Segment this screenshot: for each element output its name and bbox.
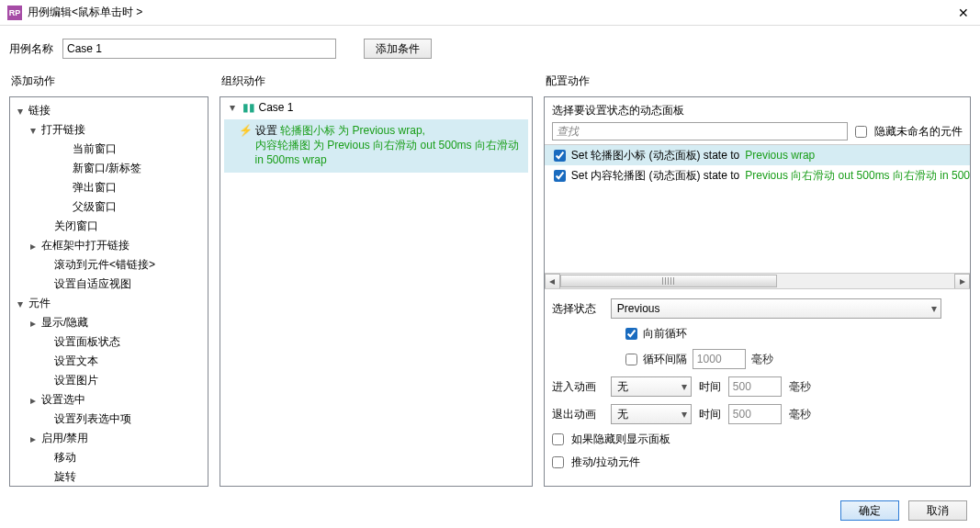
list-item-value: Previous 向右滑动 out 500ms 向右滑动 in 500: [745, 168, 970, 184]
list-item-value: Previous wrap: [745, 149, 815, 162]
anim-in-row: 进入动画 无 时间 毫秒: [552, 376, 963, 397]
tree-item[interactable]: 显示/隐藏: [10, 313, 208, 332]
scroll-track[interactable]: [560, 274, 954, 288]
case-name-input[interactable]: [62, 39, 336, 59]
tree-arrow-icon[interactable]: [14, 105, 27, 118]
organize-panel: ▮▮ Case 1 ⚡ 设置 轮播图小标 为 Previous wrap, 内容…: [220, 96, 533, 487]
add-condition-button[interactable]: 添加条件: [364, 39, 432, 59]
add-action-column: 添加动作 链接打开链接当前窗口新窗口/新标签弹出窗口父级窗口关闭窗口在框架中打开…: [9, 68, 208, 487]
tree-item-label: 链接: [27, 103, 51, 118]
tree-item[interactable]: 新窗口/新标签: [10, 159, 208, 178]
scroll-right-button[interactable]: ▸: [954, 274, 970, 289]
ok-button[interactable]: 确定: [840, 500, 899, 521]
state-label: 选择状态: [552, 301, 603, 317]
show-if-hidden-label: 如果隐藏则显示面板: [571, 432, 670, 447]
organize-action-column: 组织动作 ▮▮ Case 1 ⚡ 设置 轮播图小标 为 Previous wra…: [220, 68, 533, 487]
tree-item[interactable]: 旋转: [10, 467, 208, 487]
action-line-2: 内容轮播图 为 Previous 向右滑动 out 500ms 向右滑动 in …: [255, 138, 523, 167]
list-item[interactable]: Set 内容轮播图 (动态面板) state to Previous 向右滑动 …: [545, 165, 970, 185]
case-row[interactable]: ▮▮ Case 1: [220, 97, 532, 118]
anim-out-label: 退出动画: [552, 407, 603, 422]
tree-item[interactable]: 设置面板状态: [10, 332, 208, 352]
cancel-button[interactable]: 取消: [908, 500, 967, 521]
anim-out-combo[interactable]: 无: [611, 404, 692, 424]
tree-item[interactable]: 设置图片: [10, 371, 208, 390]
tree-item[interactable]: 设置选中: [10, 390, 208, 410]
tree-item[interactable]: 启用/禁用: [10, 429, 208, 448]
scroll-thumb[interactable]: [560, 275, 777, 287]
anim-in-time-label: 时间: [699, 379, 721, 395]
loop-forward-label: 向前循环: [643, 326, 687, 342]
action-line-1: 设置 轮播图小标 为 Previous wrap,: [255, 123, 523, 138]
columns: 添加动作 链接打开链接当前窗口新窗口/新标签弹出窗口父级窗口关闭窗口在框架中打开…: [0, 68, 980, 496]
window-title: 用例编辑<鼠标单击时 >: [28, 5, 954, 20]
tree-item[interactable]: 移动: [10, 448, 208, 467]
case-label: Case 1: [259, 101, 294, 114]
tree-item[interactable]: 打开链接: [10, 120, 208, 140]
list-item-prefix: Set 轮播图小标 (动态面板) state to: [571, 148, 739, 163]
loop-interval-input[interactable]: [693, 349, 746, 369]
anim-out-time-label: 时间: [699, 407, 721, 422]
tree-item[interactable]: 设置文本: [10, 352, 208, 371]
list-item-checkbox[interactable]: [554, 170, 566, 182]
tree-item-label: 设置自适应视图: [52, 276, 131, 292]
anim-out-row: 退出动画 无 时间 毫秒: [552, 404, 963, 424]
tree-item[interactable]: 滚动到元件<错链接>: [10, 255, 208, 275]
tree-arrow-icon[interactable]: [27, 433, 39, 445]
state-combo[interactable]: Previous: [611, 298, 941, 319]
anim-in-label: 进入动画: [552, 379, 603, 395]
anim-out-time-input[interactable]: [728, 404, 782, 424]
tree-item-label: 设置图片: [52, 373, 98, 388]
anim-in-time-input[interactable]: [728, 376, 782, 397]
configure-action-header: 配置动作: [544, 68, 971, 96]
case-icon: ▮▮: [242, 101, 255, 114]
action-row[interactable]: ⚡ 设置 轮播图小标 为 Previous wrap, 内容轮播图 为 Prev…: [224, 119, 528, 173]
tree-item-label: 元件: [27, 296, 51, 311]
state-row: 选择状态 Previous: [552, 298, 963, 319]
tree-item-label: 新窗口/新标签: [71, 161, 141, 176]
tree-item-label: 设置列表选中项: [52, 411, 131, 427]
tree-arrow-icon[interactable]: [27, 317, 39, 330]
hide-unnamed-checkbox[interactable]: [855, 126, 867, 138]
app-icon: RP: [7, 6, 22, 20]
horizontal-scrollbar[interactable]: ◂ ▸: [545, 273, 970, 288]
tree-arrow-icon[interactable]: [27, 124, 39, 137]
push-pull-checkbox[interactable]: [552, 456, 564, 468]
push-pull-label: 推动/拉动元件: [571, 455, 640, 470]
bolt-icon: ⚡: [239, 123, 253, 138]
tree-item[interactable]: 父级窗口: [10, 197, 208, 217]
configure-panel: 选择要设置状态的动态面板 隐藏未命名的元件 Set 轮播图小标 (动态面板) s…: [544, 96, 971, 487]
loop-forward-row: 向前循环: [552, 326, 963, 342]
list-item-prefix: Set 内容轮播图 (动态面板) state to: [571, 168, 739, 184]
list-item-checkbox[interactable]: [554, 150, 566, 162]
footer: 确定 取消: [840, 500, 967, 521]
loop-forward-checkbox[interactable]: [625, 328, 637, 340]
loop-interval-label: 循环间隔: [643, 352, 687, 367]
tree-item[interactable]: 设置列表选中项: [10, 410, 208, 429]
tree-arrow-icon[interactable]: [27, 394, 39, 407]
anim-in-combo[interactable]: 无: [611, 376, 692, 397]
actions-tree-panel: 链接打开链接当前窗口新窗口/新标签弹出窗口父级窗口关闭窗口在框架中打开链接滚动到…: [9, 96, 208, 487]
tree-item[interactable]: 当前窗口: [10, 140, 208, 159]
close-icon[interactable]: ✕: [954, 6, 973, 20]
case-expand-icon[interactable]: [226, 101, 239, 114]
tree-item[interactable]: 设置自适应视图: [10, 275, 208, 294]
tree-item-label: 设置文本: [52, 354, 98, 369]
tree-arrow-icon[interactable]: [27, 240, 39, 253]
tree-item[interactable]: 元件: [10, 294, 208, 313]
tree-item-label: 旋转: [52, 469, 76, 485]
loop-interval-checkbox[interactable]: [625, 354, 637, 365]
tree-arrow-icon[interactable]: [14, 298, 27, 310]
tree-item-label: 启用/禁用: [39, 431, 88, 446]
list-item[interactable]: Set 轮播图小标 (动态面板) state to Previous wrap: [545, 145, 970, 165]
tree-item[interactable]: 在框架中打开链接: [10, 236, 208, 255]
tree-item[interactable]: 弹出窗口: [10, 178, 208, 197]
scroll-left-button[interactable]: ◂: [545, 274, 560, 289]
state-value: Previous: [617, 302, 660, 315]
configure-action-column: 配置动作 选择要设置状态的动态面板 隐藏未命名的元件 Set 轮播图小标 (动态…: [544, 68, 971, 487]
tree-item[interactable]: 关闭窗口: [10, 217, 208, 236]
tree-item[interactable]: 链接: [10, 101, 208, 120]
search-input[interactable]: [552, 122, 848, 140]
push-pull-row: 推动/拉动元件: [552, 455, 963, 470]
show-if-hidden-checkbox[interactable]: [552, 433, 564, 445]
